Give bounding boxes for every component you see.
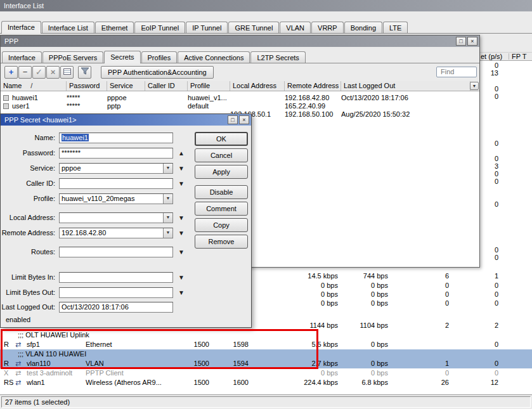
col-last-logged-out[interactable]: Last Logged Out bbox=[341, 81, 470, 91]
expand-down-icon[interactable]: ▼ bbox=[177, 273, 186, 282]
interface-cell-rx: 0 bps bbox=[325, 299, 388, 308]
ppp-tab-active-connections[interactable]: Active Connections bbox=[178, 51, 250, 63]
ppp-tab-interface[interactable]: Interface bbox=[2, 51, 42, 63]
interface-cell-name: wlan1 bbox=[27, 378, 84, 387]
limit-bytes-in-field[interactable] bbox=[59, 272, 173, 283]
service-select[interactable]: pppoe▼ bbox=[59, 163, 173, 174]
ppp-secret-row[interactable]: huawei1 ***** pppoe huawei_v1... 192.168… bbox=[1, 94, 479, 102]
expand-down-icon[interactable]: ▼ bbox=[177, 214, 186, 223]
ppp-secret-icon bbox=[3, 103, 9, 109]
caller-id-field[interactable] bbox=[59, 178, 173, 189]
expand-down-icon[interactable]: ▼ bbox=[177, 164, 186, 173]
dropdown-arrow-icon[interactable]: ▼ bbox=[163, 213, 172, 223]
expand-down-icon[interactable]: ▼ bbox=[177, 248, 186, 257]
ppp-title: PPP bbox=[4, 37, 18, 45]
comment-button[interactable]: Comment bbox=[195, 202, 248, 216]
expand-down-icon[interactable]: ▼ bbox=[177, 229, 186, 238]
cell-last-logged-out: Aug/25/2020 15:50:32 bbox=[341, 110, 436, 119]
comment-button[interactable] bbox=[60, 66, 74, 79]
interface-cell-rx: 0 bps bbox=[325, 359, 388, 368]
cell-service: pppoe bbox=[107, 94, 144, 102]
col-password[interactable]: Password bbox=[67, 81, 107, 91]
enable-button[interactable]: ✓ bbox=[32, 66, 46, 79]
interface-row[interactable]: ⇄Xtest 3-adminoltPPTP Client0 bps0 bps00 bbox=[0, 368, 532, 378]
name-field[interactable]: huawei1 bbox=[59, 133, 173, 143]
interface-cell-rx: 0 bps bbox=[325, 340, 388, 349]
disable-button[interactable]: Disable bbox=[195, 185, 248, 199]
expand-down-icon[interactable]: ▼ bbox=[177, 179, 186, 188]
filter-button[interactable] bbox=[78, 66, 91, 79]
copy-button[interactable]: Copy bbox=[195, 218, 248, 232]
dropdown-arrow-icon[interactable]: ▼ bbox=[163, 194, 172, 204]
cancel-button[interactable]: Cancel bbox=[195, 148, 248, 162]
cell-remote-address: 192.168.42.80 bbox=[285, 94, 340, 102]
status-text: 27 items (1 selected) bbox=[1, 396, 531, 408]
routes-field[interactable] bbox=[59, 247, 173, 257]
filter-icon bbox=[81, 67, 89, 75]
find-input[interactable]: Find bbox=[436, 67, 477, 77]
interface-cell-rxp: 0 bbox=[455, 368, 498, 377]
col-name[interactable]: Name/ bbox=[1, 81, 67, 91]
ok-button[interactable]: OK bbox=[195, 132, 248, 146]
profile-label: Profile: bbox=[1, 193, 55, 204]
col-remote-address[interactable]: Remote Address bbox=[285, 81, 341, 91]
profile-select[interactable]: huawei_v110_20megas▼ bbox=[59, 193, 173, 204]
interface-cell-rxp: 0 bbox=[455, 290, 498, 299]
window-close-icon[interactable]: × bbox=[239, 115, 249, 124]
dialog-status: enabled bbox=[6, 316, 30, 323]
password-field[interactable]: ******* bbox=[59, 148, 173, 159]
sort-asc-icon: / bbox=[30, 82, 32, 89]
interface-cell-txp: 2 bbox=[406, 321, 449, 330]
ppp-tab-l2tp-secrets[interactable]: L2TP Secrets bbox=[250, 51, 305, 63]
add-button[interactable]: + bbox=[4, 66, 18, 79]
remote-address-field[interactable]: 192.168.42.80▼ bbox=[59, 228, 173, 238]
interface-cell-rxp: 1 bbox=[455, 271, 498, 280]
interface-cell-rx: 0 bps bbox=[325, 368, 388, 377]
ppp-authentication-button[interactable]: PPP Authentication&Accounting bbox=[101, 66, 214, 79]
name-label: Name: bbox=[1, 133, 55, 143]
cell-password: ***** bbox=[67, 102, 106, 110]
interface-cell-flag: X bbox=[4, 368, 14, 377]
col-local-address[interactable]: Local Address bbox=[230, 81, 285, 91]
ppp-secret-row[interactable]: user1 ***** pptp default 165.22.40.99 bbox=[1, 102, 479, 110]
remove-button[interactable]: Remove bbox=[195, 235, 248, 249]
interface-cell-txp: 26 bbox=[406, 378, 449, 387]
cell-remote-address: 165.22.40.99 bbox=[285, 102, 340, 110]
interface-cell-type: PPTP Client bbox=[86, 368, 171, 377]
remove-button[interactable]: − bbox=[18, 66, 32, 79]
expand-down-icon[interactable]: ▼ bbox=[177, 289, 186, 297]
local-address-field[interactable]: ▼ bbox=[59, 212, 173, 223]
dropdown-arrow-icon[interactable]: ▼ bbox=[163, 164, 172, 173]
ppp-tab-secrets[interactable]: Secrets bbox=[104, 51, 140, 63]
interface-cell-rx: 6.8 kbps bbox=[325, 378, 388, 387]
apply-button[interactable]: Apply bbox=[195, 165, 248, 179]
interface-row[interactable]: ⇄RSwlan1Wireless (Atheros AR9...15001600… bbox=[0, 378, 532, 387]
interface-cell-name: test 3-adminolt bbox=[27, 368, 84, 377]
ppp-tab-profiles[interactable]: Profiles bbox=[141, 51, 178, 63]
ppp-tabs: Interface PPPoE Servers Secrets Profiles… bbox=[1, 47, 479, 63]
limit-bytes-in-label: Limit Bytes In: bbox=[1, 272, 55, 283]
dropdown-arrow-icon[interactable]: ▼ bbox=[163, 228, 172, 238]
col-caller-id[interactable]: Caller ID bbox=[145, 81, 188, 91]
cell-last-logged-out: Oct/13/2020 18:17:06 bbox=[341, 94, 436, 102]
interface-cell-mtu: 1500 bbox=[172, 378, 209, 387]
interface-cell-txp: 0 bbox=[406, 281, 449, 290]
window-close-icon[interactable]: × bbox=[467, 37, 477, 46]
disable-button[interactable]: × bbox=[46, 66, 60, 79]
window-restore-icon[interactable]: □ bbox=[228, 115, 238, 124]
ppp-secret-icon bbox=[3, 95, 9, 101]
comment-icon bbox=[63, 68, 71, 75]
interface-cell-txp: 0 bbox=[406, 290, 449, 299]
col-service[interactable]: Service bbox=[107, 81, 145, 91]
dialog-titlebar[interactable]: PPP Secret <huawei1> □ × bbox=[1, 114, 251, 126]
ppp-titlebar[interactable]: PPP □ × bbox=[1, 36, 479, 47]
column-select-dropdown-icon[interactable]: ▼ bbox=[470, 82, 479, 90]
ppp-tab-pppoe-servers[interactable]: PPPoE Servers bbox=[42, 51, 103, 63]
window-restore-icon[interactable]: □ bbox=[456, 37, 466, 46]
caller-id-label: Caller ID: bbox=[1, 178, 55, 189]
col-profile[interactable]: Profile bbox=[188, 81, 230, 91]
cell-profile: default bbox=[188, 102, 229, 110]
expand-up-icon[interactable]: ▲ bbox=[177, 149, 186, 158]
limit-bytes-out-field[interactable] bbox=[59, 287, 173, 298]
ppp-toolbar: + − ✓ × PPP Authentication&Accounting Fi… bbox=[1, 63, 479, 81]
